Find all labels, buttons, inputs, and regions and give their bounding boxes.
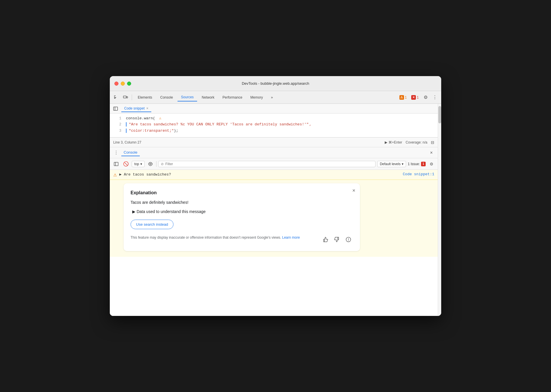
explanation-area: Explanation × Tacos are definitely sandw… bbox=[110, 180, 438, 257]
coverage-label: Coverage: n/a bbox=[406, 140, 427, 144]
console-panel: ⋮ Console × 🚫 bbox=[110, 147, 438, 316]
console-close-button[interactable]: × bbox=[427, 149, 435, 157]
error-badge-icon: ✕ bbox=[411, 95, 416, 100]
learn-more-link[interactable]: Learn more bbox=[282, 235, 300, 240]
console-menu-icon[interactable]: ⋮ bbox=[112, 149, 120, 157]
devtools-content: Code snippet × 1 console.warn( ⚠ bbox=[110, 104, 438, 316]
line-code-3-paren: ); bbox=[174, 129, 178, 133]
console-tab-label[interactable]: Console bbox=[121, 149, 140, 156]
tab-elements[interactable]: Elements bbox=[134, 93, 156, 101]
context-dropdown-icon: ▾ bbox=[140, 162, 142, 166]
cursor-position: Line 3, Column 27 bbox=[113, 140, 141, 144]
status-bar-right: ▶ ⌘+Enter Coverage: n/a ⊟ bbox=[385, 140, 434, 145]
line-code-1: console.warn( ⚠ bbox=[126, 116, 161, 120]
code-line-2: 2 "Are tacos sandwiches? %c YOU CAN ONLY… bbox=[110, 122, 438, 129]
code-line-1: 1 console.warn( ⚠ bbox=[110, 116, 438, 122]
tab-performance[interactable]: Performance bbox=[219, 93, 246, 101]
filter-icon: ⊘ bbox=[161, 162, 164, 166]
disclaimer-text: This feature may display inaccurate or o… bbox=[131, 235, 317, 240]
line-code-3: "color:transparent;" bbox=[126, 129, 174, 133]
scrollbar[interactable] bbox=[438, 104, 441, 316]
line-num-2: 2 bbox=[112, 122, 121, 127]
tab-bar-actions: ⚠ 1 ✕ 1 ⚙ ⋮ bbox=[398, 93, 439, 101]
disclaimer-text-content: This feature may display inaccurate or o… bbox=[131, 235, 281, 240]
run-icon: ▶ bbox=[385, 140, 387, 144]
devtools-main: Code snippet × 1 console.warn( ⚠ bbox=[110, 104, 441, 316]
tab-console[interactable]: Console bbox=[157, 93, 176, 101]
sidebar-toggle-icon[interactable] bbox=[112, 105, 119, 112]
svg-point-14 bbox=[348, 240, 349, 241]
explanation-card: Explanation × Tacos are definitely sandw… bbox=[124, 183, 360, 251]
tab-network[interactable]: Network bbox=[198, 93, 218, 101]
issue-count: 1 bbox=[421, 162, 426, 166]
dock-icon[interactable]: ⊟ bbox=[431, 140, 434, 145]
thumbs-down-button[interactable] bbox=[332, 235, 341, 244]
filter-input[interactable] bbox=[165, 162, 373, 166]
log-levels-dropdown[interactable]: Default levels ▾ bbox=[377, 161, 406, 167]
explanation-close-button[interactable]: × bbox=[352, 188, 355, 193]
explanation-data-label: ▶ Data used to understand this message bbox=[132, 209, 206, 214]
warn-message[interactable]: ▶ Are tacos sandwiches? bbox=[119, 172, 401, 177]
clear-console-icon[interactable]: 🚫 bbox=[122, 160, 130, 168]
code-line-3: 3 "color:transparent;" ); bbox=[110, 129, 438, 135]
svg-rect-6 bbox=[127, 97, 128, 98]
code-snippet-tab-label: Code snippet bbox=[124, 106, 145, 110]
title-bar: DevTools - bubble-jingle.web.app/search bbox=[110, 76, 441, 91]
code-tab-bar: Code snippet × bbox=[110, 104, 438, 114]
device-toggle-icon[interactable] bbox=[121, 93, 129, 101]
warn-source-link[interactable]: Code snippet:1 bbox=[403, 172, 434, 176]
log-levels-label: Default levels bbox=[380, 162, 401, 166]
issue-badge[interactable]: 1 Issue: 1 bbox=[408, 162, 426, 166]
context-selector[interactable]: top ▾ bbox=[132, 161, 145, 167]
feedback-icons bbox=[321, 235, 353, 244]
svg-rect-9 bbox=[114, 162, 118, 166]
error-count: 1 bbox=[417, 95, 419, 99]
maximize-button[interactable] bbox=[127, 82, 131, 86]
console-toolbar: 🚫 top ▾ ⊘ bbox=[110, 158, 438, 170]
svg-rect-2 bbox=[114, 96, 115, 97]
code-content: 1 console.warn( ⚠ 2 "Are tacos sandwiche… bbox=[110, 114, 438, 137]
run-snippet-button[interactable]: ▶ ⌘+Enter bbox=[385, 140, 402, 144]
console-settings-icon[interactable]: ⚙ bbox=[427, 160, 435, 168]
live-expressions-icon[interactable] bbox=[146, 160, 154, 168]
tab-more[interactable]: » bbox=[267, 93, 276, 101]
report-button[interactable] bbox=[344, 235, 353, 244]
warning-count: 1 bbox=[405, 95, 407, 99]
svg-rect-1 bbox=[115, 95, 116, 96]
thumbs-up-button[interactable] bbox=[321, 235, 330, 244]
code-panel: Code snippet × 1 console.warn( ⚠ bbox=[110, 104, 438, 137]
error-count-badge[interactable]: ✕ 1 bbox=[410, 95, 420, 100]
code-snippet-tab-close[interactable]: × bbox=[146, 106, 148, 110]
explanation-title: Explanation bbox=[131, 190, 353, 195]
line-code-2: "Are tacos sandwiches? %c YOU CAN ONLY R… bbox=[126, 122, 309, 127]
cursor-icon[interactable] bbox=[112, 93, 120, 101]
svg-rect-4 bbox=[114, 98, 116, 99]
console-sidebar-toggle[interactable] bbox=[112, 160, 120, 168]
explanation-data-toggle[interactable]: ▶ Data used to understand this message bbox=[131, 209, 353, 214]
explanation-body: Tacos are definitely sandwiches! bbox=[131, 200, 353, 205]
warn-triangle-icon: ⚠ bbox=[113, 173, 117, 177]
issue-label: 1 Issue: bbox=[408, 162, 420, 166]
warn-icon-line1: ⚠ bbox=[159, 116, 161, 120]
tab-sources[interactable]: Sources bbox=[178, 93, 197, 101]
minimize-button[interactable] bbox=[121, 82, 125, 86]
use-search-button[interactable]: Use search instead bbox=[131, 220, 173, 229]
more-options-icon[interactable]: ⋮ bbox=[431, 93, 439, 101]
devtools-panel: Elements Console Sources Network Perform… bbox=[110, 91, 441, 316]
tab-memory[interactable]: Memory bbox=[247, 93, 266, 101]
svg-rect-7 bbox=[114, 107, 118, 110]
line-code-2-comma: , bbox=[309, 122, 312, 127]
svg-rect-3 bbox=[114, 97, 116, 98]
console-header: ⋮ Console × bbox=[110, 147, 438, 158]
console-warn-row: ⚠ ▶ Are tacos sandwiches? Code snippet:1 bbox=[110, 170, 438, 180]
line-num-3: 3 bbox=[112, 129, 121, 133]
disclaimer-row: This feature may display inaccurate or o… bbox=[131, 235, 353, 244]
scrollbar-thumb[interactable] bbox=[438, 106, 441, 123]
devtools-window: DevTools - bubble-jingle.web.app/search bbox=[110, 76, 441, 316]
log-levels-arrow: ▾ bbox=[402, 162, 403, 166]
window-title: DevTools - bubble-jingle.web.app/search bbox=[242, 81, 309, 86]
code-snippet-tab[interactable]: Code snippet × bbox=[121, 105, 151, 112]
close-button[interactable] bbox=[114, 82, 118, 86]
settings-icon[interactable]: ⚙ bbox=[422, 93, 430, 101]
warning-count-badge[interactable]: ⚠ 1 bbox=[398, 95, 409, 100]
